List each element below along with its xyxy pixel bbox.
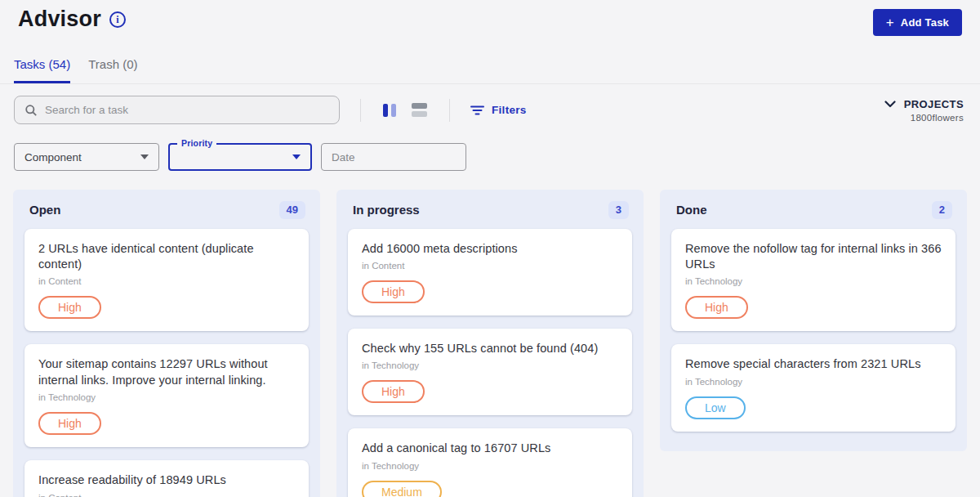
tabs-row: Tasks (54) Trash (0)	[0, 49, 980, 84]
priority-badge: Medium	[362, 481, 442, 497]
filter-icon	[470, 105, 484, 116]
kanban-board: Open 49 2 URLs have identical content (d…	[0, 171, 980, 497]
task-card[interactable]: Your sitemap contains 12297 URLs without…	[24, 344, 309, 447]
divider	[360, 99, 361, 122]
column-title: In progress	[353, 203, 420, 217]
task-card[interactable]: Add 16000 meta descriptions in Content H…	[348, 229, 632, 316]
task-title: Add a canonical tag to 16707 URLs	[362, 441, 618, 456]
column-count-badge: 3	[608, 201, 629, 219]
column-in-progress: In progress 3 Add 16000 meta description…	[336, 190, 644, 497]
task-card[interactable]: Remove special characters from 2321 URLs…	[671, 344, 956, 431]
task-card[interactable]: Check why 155 URLs cannot be found (404)…	[348, 329, 632, 415]
search-icon	[24, 104, 38, 117]
task-title: Increase readability of 18949 URLs	[38, 472, 295, 488]
task-title: 2 URLs have identical content (duplicate…	[38, 241, 295, 273]
task-category: in Content	[362, 261, 618, 271]
priority-badge: High	[685, 296, 748, 319]
toolbar: Filters PROJECTS 1800flowers	[0, 84, 980, 124]
filters-button[interactable]: Filters	[470, 104, 527, 116]
add-task-button[interactable]: + Add Task	[873, 9, 962, 36]
task-title: Your sitemap contains 12297 URLs without…	[38, 356, 295, 388]
task-card[interactable]: Remove the nofollow tag for internal lin…	[671, 229, 956, 332]
priority-badge: High	[362, 280, 425, 303]
chevron-down-icon	[884, 101, 896, 108]
task-category: in Content	[38, 276, 295, 286]
projects-dropdown[interactable]: PROJECTS	[884, 98, 964, 110]
caret-down-icon	[292, 154, 301, 159]
task-title: Check why 155 URLs cannot be found (404)	[362, 341, 618, 356]
column-title: Open	[29, 203, 60, 217]
priority-filter-select[interactable]: Priority	[168, 143, 312, 171]
kanban-view-icon[interactable]	[381, 102, 398, 119]
task-card[interactable]: 2 URLs have identical content (duplicate…	[24, 229, 309, 332]
project-name: 1800flowers	[884, 113, 964, 123]
priority-badge: Low	[685, 396, 746, 419]
search-box[interactable]	[14, 96, 340, 124]
divider	[449, 99, 450, 122]
projects-label: PROJECTS	[904, 98, 964, 110]
task-category: in Technology	[685, 377, 942, 387]
task-title: Add 16000 meta descriptions	[362, 241, 618, 257]
task-title: Remove the nofollow tag for internal lin…	[685, 241, 942, 273]
task-card[interactable]: Add a canonical tag to 16707 URLs in Tec…	[348, 428, 632, 497]
priority-badge: High	[38, 412, 101, 435]
task-category: in Content	[38, 493, 295, 497]
tab-tasks[interactable]: Tasks (54)	[14, 49, 70, 83]
app-header: Advisor i + Add Task	[0, 0, 980, 46]
priority-filter-label: Priority	[177, 138, 216, 148]
task-category: in Technology	[362, 360, 618, 370]
task-title: Remove special characters from 2321 URLs	[685, 356, 942, 372]
add-task-label: Add Task	[901, 16, 949, 29]
date-filter-input[interactable]: Date	[321, 143, 466, 171]
component-filter-select[interactable]: Component	[14, 143, 159, 171]
filters-label: Filters	[492, 104, 527, 116]
search-input[interactable]	[45, 104, 329, 116]
column-count-badge: 2	[932, 201, 952, 219]
date-filter-label: Date	[332, 151, 355, 163]
component-filter-label: Component	[24, 151, 82, 163]
tab-trash[interactable]: Trash (0)	[88, 49, 137, 83]
column-title: Done	[676, 203, 707, 217]
list-view-icon[interactable]	[410, 101, 429, 119]
task-card[interactable]: Increase readability of 18949 URLs in Co…	[24, 460, 309, 497]
task-category: in Technology	[38, 392, 295, 402]
task-category: in Technology	[362, 461, 618, 471]
info-icon[interactable]: i	[109, 11, 126, 28]
column-count-badge: 49	[279, 201, 305, 219]
page-title: Advisor	[18, 7, 101, 32]
priority-badge: High	[362, 380, 425, 403]
plus-icon: +	[886, 16, 894, 29]
column-open: Open 49 2 URLs have identical content (d…	[13, 190, 320, 497]
task-category: in Technology	[685, 276, 942, 286]
filter-row: Component Priority Date	[0, 124, 980, 171]
column-done: Done 2 Remove the nofollow tag for inter…	[660, 190, 967, 451]
caret-down-icon	[140, 154, 149, 159]
priority-badge: High	[38, 296, 101, 319]
